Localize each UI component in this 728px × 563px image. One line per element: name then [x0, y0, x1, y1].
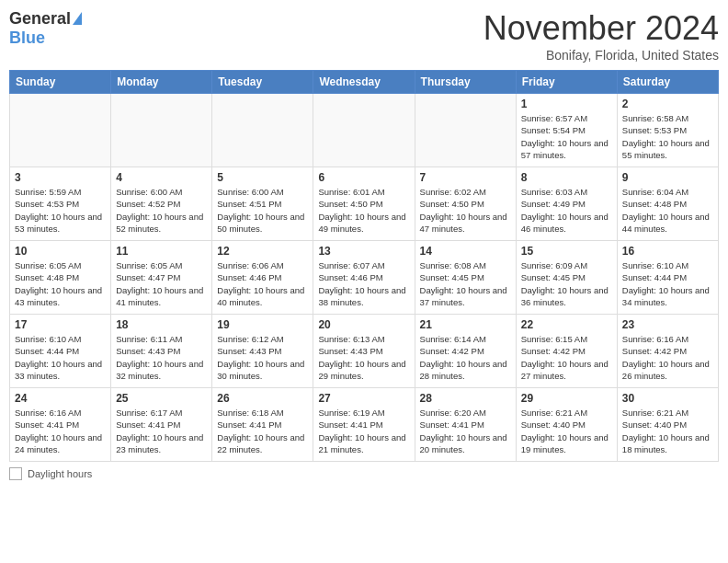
day-number: 6	[318, 171, 409, 184]
calendar-table: Sunday Monday Tuesday Wednesday Thursday…	[9, 70, 719, 462]
calendar-cell: 11Sunrise: 6:05 AM Sunset: 4:47 PM Dayli…	[111, 241, 212, 315]
col-saturday: Saturday	[617, 71, 718, 94]
calendar-cell: 3Sunrise: 5:59 AM Sunset: 4:53 PM Daylig…	[10, 167, 111, 241]
col-wednesday: Wednesday	[313, 71, 415, 94]
page-header: General Blue November 2024 Bonifay, Flor…	[9, 9, 719, 63]
day-info: Sunrise: 6:17 AM Sunset: 4:41 PM Dayligh…	[116, 407, 207, 455]
page-container: General Blue November 2024 Bonifay, Flor…	[0, 0, 728, 489]
logo: General Blue	[9, 9, 82, 48]
day-number: 23	[622, 318, 713, 331]
day-info: Sunrise: 6:13 AM Sunset: 4:43 PM Dayligh…	[318, 333, 409, 382]
day-number: 22	[521, 318, 612, 331]
calendar-week-row: 24Sunrise: 6:16 AM Sunset: 4:41 PM Dayli…	[10, 388, 719, 462]
day-number: 24	[15, 392, 106, 405]
calendar-cell: 27Sunrise: 6:19 AM Sunset: 4:41 PM Dayli…	[313, 388, 415, 462]
day-info: Sunrise: 6:20 AM Sunset: 4:41 PM Dayligh…	[420, 407, 511, 455]
day-number: 27	[318, 392, 409, 405]
day-number: 8	[521, 171, 612, 184]
calendar-cell: 26Sunrise: 6:18 AM Sunset: 4:41 PM Dayli…	[212, 388, 313, 462]
calendar-cell	[10, 94, 111, 167]
day-info: Sunrise: 6:11 AM Sunset: 4:43 PM Dayligh…	[116, 333, 207, 382]
day-info: Sunrise: 6:05 AM Sunset: 4:47 PM Dayligh…	[116, 259, 207, 308]
day-info: Sunrise: 6:12 AM Sunset: 4:43 PM Dayligh…	[217, 333, 308, 382]
calendar-cell: 13Sunrise: 6:07 AM Sunset: 4:46 PM Dayli…	[313, 241, 415, 315]
calendar-cell: 10Sunrise: 6:05 AM Sunset: 4:48 PM Dayli…	[10, 241, 111, 315]
calendar-header-row: Sunday Monday Tuesday Wednesday Thursday…	[10, 71, 719, 94]
day-number: 16	[622, 245, 713, 258]
day-info: Sunrise: 6:15 AM Sunset: 4:42 PM Dayligh…	[521, 333, 612, 382]
legend-label: Daylight hours	[28, 468, 92, 479]
logo-triangle-icon	[73, 12, 82, 25]
day-number: 15	[521, 245, 612, 258]
calendar-cell	[111, 94, 212, 167]
day-number: 26	[217, 392, 308, 405]
day-number: 11	[116, 245, 207, 258]
day-number: 25	[116, 392, 207, 405]
day-info: Sunrise: 5:59 AM Sunset: 4:53 PM Dayligh…	[15, 186, 106, 235]
day-info: Sunrise: 6:10 AM Sunset: 4:44 PM Dayligh…	[15, 333, 106, 382]
calendar-cell: 19Sunrise: 6:12 AM Sunset: 4:43 PM Dayli…	[212, 315, 313, 388]
col-thursday: Thursday	[415, 71, 516, 94]
day-number: 28	[420, 392, 511, 405]
calendar-cell: 17Sunrise: 6:10 AM Sunset: 4:44 PM Dayli…	[10, 315, 111, 388]
calendar-cell: 8Sunrise: 6:03 AM Sunset: 4:49 PM Daylig…	[516, 167, 617, 241]
day-info: Sunrise: 6:00 AM Sunset: 4:52 PM Dayligh…	[116, 186, 207, 235]
logo-blue-text: Blue	[9, 29, 45, 48]
day-number: 19	[217, 318, 308, 331]
calendar-cell: 12Sunrise: 6:06 AM Sunset: 4:46 PM Dayli…	[212, 241, 313, 315]
day-number: 1	[521, 98, 612, 110]
day-info: Sunrise: 6:05 AM Sunset: 4:48 PM Dayligh…	[15, 259, 106, 308]
day-info: Sunrise: 6:01 AM Sunset: 4:50 PM Dayligh…	[318, 186, 409, 235]
legend-icon	[9, 467, 22, 480]
day-number: 12	[217, 245, 308, 258]
calendar-cell: 16Sunrise: 6:10 AM Sunset: 4:44 PM Dayli…	[617, 241, 718, 315]
calendar-week-row: 10Sunrise: 6:05 AM Sunset: 4:48 PM Dayli…	[10, 241, 719, 315]
calendar-cell: 6Sunrise: 6:01 AM Sunset: 4:50 PM Daylig…	[313, 167, 415, 241]
day-number: 17	[15, 318, 106, 331]
calendar-cell: 22Sunrise: 6:15 AM Sunset: 4:42 PM Dayli…	[516, 315, 617, 388]
calendar-cell: 1Sunrise: 6:57 AM Sunset: 5:54 PM Daylig…	[516, 94, 617, 167]
calendar-cell	[212, 94, 313, 167]
legend: Daylight hours	[9, 467, 719, 480]
calendar-week-row: 1Sunrise: 6:57 AM Sunset: 5:54 PM Daylig…	[10, 94, 719, 167]
calendar-cell: 15Sunrise: 6:09 AM Sunset: 4:45 PM Dayli…	[516, 241, 617, 315]
calendar-cell: 18Sunrise: 6:11 AM Sunset: 4:43 PM Dayli…	[111, 315, 212, 388]
day-info: Sunrise: 6:07 AM Sunset: 4:46 PM Dayligh…	[318, 259, 409, 308]
day-info: Sunrise: 6:16 AM Sunset: 4:42 PM Dayligh…	[622, 333, 713, 382]
calendar-cell: 9Sunrise: 6:04 AM Sunset: 4:48 PM Daylig…	[617, 167, 718, 241]
day-number: 21	[420, 318, 511, 331]
day-info: Sunrise: 6:06 AM Sunset: 4:46 PM Dayligh…	[217, 259, 308, 308]
day-info: Sunrise: 6:21 AM Sunset: 4:40 PM Dayligh…	[622, 407, 713, 455]
day-info: Sunrise: 6:58 AM Sunset: 5:53 PM Dayligh…	[622, 112, 713, 161]
day-info: Sunrise: 6:14 AM Sunset: 4:42 PM Dayligh…	[420, 333, 511, 382]
calendar-cell: 4Sunrise: 6:00 AM Sunset: 4:52 PM Daylig…	[111, 167, 212, 241]
calendar-cell: 25Sunrise: 6:17 AM Sunset: 4:41 PM Dayli…	[111, 388, 212, 462]
calendar-week-row: 3Sunrise: 5:59 AM Sunset: 4:53 PM Daylig…	[10, 167, 719, 241]
day-number: 29	[521, 392, 612, 405]
day-info: Sunrise: 6:10 AM Sunset: 4:44 PM Dayligh…	[622, 259, 713, 308]
calendar-cell: 24Sunrise: 6:16 AM Sunset: 4:41 PM Dayli…	[10, 388, 111, 462]
location-text: Bonifay, Florida, United States	[483, 48, 719, 63]
day-info: Sunrise: 6:00 AM Sunset: 4:51 PM Dayligh…	[217, 186, 308, 235]
day-info: Sunrise: 6:03 AM Sunset: 4:49 PM Dayligh…	[521, 186, 612, 235]
day-number: 10	[15, 245, 106, 258]
day-number: 3	[15, 171, 106, 184]
day-info: Sunrise: 6:21 AM Sunset: 4:40 PM Dayligh…	[521, 407, 612, 455]
day-info: Sunrise: 6:16 AM Sunset: 4:41 PM Dayligh…	[15, 407, 106, 455]
col-monday: Monday	[111, 71, 212, 94]
day-number: 20	[318, 318, 409, 331]
day-info: Sunrise: 6:18 AM Sunset: 4:41 PM Dayligh…	[217, 407, 308, 455]
day-number: 14	[420, 245, 511, 258]
col-tuesday: Tuesday	[212, 71, 313, 94]
day-info: Sunrise: 6:04 AM Sunset: 4:48 PM Dayligh…	[622, 186, 713, 235]
calendar-cell: 5Sunrise: 6:00 AM Sunset: 4:51 PM Daylig…	[212, 167, 313, 241]
calendar-cell	[415, 94, 516, 167]
day-number: 13	[318, 245, 409, 258]
calendar-cell: 23Sunrise: 6:16 AM Sunset: 4:42 PM Dayli…	[617, 315, 718, 388]
logo-general-text: General	[9, 9, 71, 29]
calendar-cell: 2Sunrise: 6:58 AM Sunset: 5:53 PM Daylig…	[617, 94, 718, 167]
calendar-cell: 28Sunrise: 6:20 AM Sunset: 4:41 PM Dayli…	[415, 388, 516, 462]
day-number: 5	[217, 171, 308, 184]
calendar-cell	[313, 94, 415, 167]
calendar-cell: 21Sunrise: 6:14 AM Sunset: 4:42 PM Dayli…	[415, 315, 516, 388]
